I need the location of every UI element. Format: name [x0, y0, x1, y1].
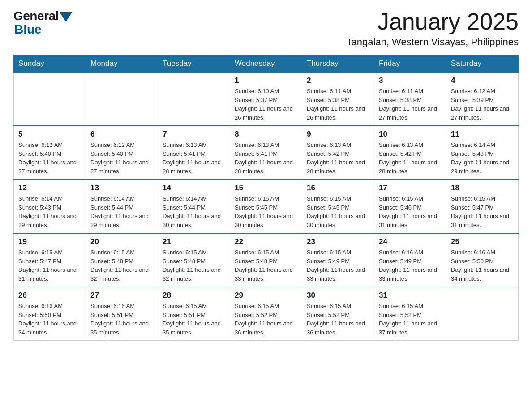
calendar-week-row: 5Sunrise: 6:12 AM Sunset: 5:40 PM Daylig… — [14, 126, 519, 180]
day-number: 9 — [307, 130, 369, 139]
calendar-day-header: Monday — [86, 56, 158, 73]
calendar-week-row: 12Sunrise: 6:14 AM Sunset: 5:43 PM Dayli… — [14, 180, 519, 233]
calendar-day-cell: 19Sunrise: 6:15 AM Sunset: 5:47 PM Dayli… — [14, 233, 86, 287]
day-number: 12 — [18, 184, 81, 193]
calendar-day-header: Sunday — [14, 56, 86, 73]
calendar-day-header: Saturday — [446, 56, 519, 73]
day-info: Sunrise: 6:12 AM Sunset: 5:40 PM Dayligh… — [90, 141, 153, 176]
calendar-day-header: Tuesday — [158, 56, 230, 73]
day-number: 6 — [90, 130, 153, 139]
day-info: Sunrise: 6:15 AM Sunset: 5:45 PM Dayligh… — [307, 194, 369, 229]
day-number: 22 — [235, 237, 297, 246]
calendar-day-cell: 22Sunrise: 6:15 AM Sunset: 5:48 PM Dayli… — [230, 233, 302, 287]
day-number: 23 — [307, 237, 369, 246]
calendar-day-cell: 16Sunrise: 6:15 AM Sunset: 5:45 PM Dayli… — [302, 180, 374, 233]
page-header: General Blue January 2025 Tangalan, West… — [13, 9, 519, 48]
month-title: January 2025 — [347, 9, 519, 34]
calendar-day-cell: 29Sunrise: 6:15 AM Sunset: 5:52 PM Dayli… — [230, 287, 302, 341]
day-number: 10 — [379, 130, 442, 139]
calendar-week-row: 19Sunrise: 6:15 AM Sunset: 5:47 PM Dayli… — [14, 233, 519, 287]
calendar-day-cell: 20Sunrise: 6:15 AM Sunset: 5:48 PM Dayli… — [86, 233, 158, 287]
day-number: 2 — [307, 76, 369, 85]
calendar-day-cell: 25Sunrise: 6:16 AM Sunset: 5:50 PM Dayli… — [446, 233, 519, 287]
calendar-day-cell: 15Sunrise: 6:15 AM Sunset: 5:45 PM Dayli… — [230, 180, 302, 233]
day-number: 28 — [163, 291, 225, 300]
calendar-day-cell: 31Sunrise: 6:15 AM Sunset: 5:52 PM Dayli… — [374, 287, 446, 341]
calendar-day-cell — [14, 72, 86, 126]
calendar-day-cell: 30Sunrise: 6:15 AM Sunset: 5:52 PM Dayli… — [302, 287, 374, 341]
day-number: 8 — [235, 130, 297, 139]
day-number: 11 — [451, 130, 514, 139]
calendar-day-cell — [446, 287, 519, 341]
calendar-day-cell: 18Sunrise: 6:15 AM Sunset: 5:47 PM Dayli… — [446, 180, 519, 233]
day-info: Sunrise: 6:15 AM Sunset: 5:46 PM Dayligh… — [379, 194, 442, 229]
day-info: Sunrise: 6:16 AM Sunset: 5:50 PM Dayligh… — [18, 302, 81, 337]
day-number: 31 — [379, 291, 442, 300]
calendar-day-cell: 24Sunrise: 6:16 AM Sunset: 5:49 PM Dayli… — [374, 233, 446, 287]
day-info: Sunrise: 6:13 AM Sunset: 5:42 PM Dayligh… — [379, 141, 442, 176]
day-number: 17 — [379, 184, 442, 193]
logo-blue-text: Blue — [14, 22, 42, 37]
calendar-day-cell: 3Sunrise: 6:11 AM Sunset: 5:38 PM Daylig… — [374, 72, 446, 126]
day-number: 26 — [18, 291, 81, 300]
day-number: 27 — [90, 291, 153, 300]
calendar-day-cell: 10Sunrise: 6:13 AM Sunset: 5:42 PM Dayli… — [374, 126, 446, 180]
calendar-day-cell: 27Sunrise: 6:16 AM Sunset: 5:51 PM Dayli… — [86, 287, 158, 341]
day-info: Sunrise: 6:16 AM Sunset: 5:49 PM Dayligh… — [379, 248, 442, 283]
day-number: 24 — [379, 237, 442, 246]
calendar-day-cell: 11Sunrise: 6:14 AM Sunset: 5:43 PM Dayli… — [446, 126, 519, 180]
calendar-header-row: SundayMondayTuesdayWednesdayThursdayFrid… — [14, 56, 519, 73]
logo-triangle-icon — [60, 12, 72, 22]
calendar-day-header: Friday — [374, 56, 446, 73]
day-info: Sunrise: 6:11 AM Sunset: 5:38 PM Dayligh… — [379, 87, 442, 122]
day-number: 7 — [163, 130, 225, 139]
day-number: 13 — [90, 184, 153, 193]
calendar-day-cell: 14Sunrise: 6:14 AM Sunset: 5:44 PM Dayli… — [158, 180, 230, 233]
day-info: Sunrise: 6:15 AM Sunset: 5:51 PM Dayligh… — [163, 302, 225, 337]
calendar-day-cell: 6Sunrise: 6:12 AM Sunset: 5:40 PM Daylig… — [86, 126, 158, 180]
day-info: Sunrise: 6:13 AM Sunset: 5:41 PM Dayligh… — [163, 141, 225, 176]
calendar-day-cell: 8Sunrise: 6:13 AM Sunset: 5:41 PM Daylig… — [230, 126, 302, 180]
day-number: 25 — [451, 237, 514, 246]
calendar-day-cell: 13Sunrise: 6:14 AM Sunset: 5:44 PM Dayli… — [86, 180, 158, 233]
calendar-day-cell: 17Sunrise: 6:15 AM Sunset: 5:46 PM Dayli… — [374, 180, 446, 233]
header-right: January 2025 Tangalan, Western Visayas, … — [347, 9, 519, 48]
logo-general-text: General — [13, 9, 59, 23]
calendar-week-row: 1Sunrise: 6:10 AM Sunset: 5:37 PM Daylig… — [14, 72, 519, 126]
day-info: Sunrise: 6:10 AM Sunset: 5:37 PM Dayligh… — [235, 87, 297, 122]
day-number: 19 — [18, 237, 81, 246]
day-info: Sunrise: 6:15 AM Sunset: 5:45 PM Dayligh… — [235, 194, 297, 229]
day-info: Sunrise: 6:15 AM Sunset: 5:47 PM Dayligh… — [18, 248, 81, 283]
calendar-day-cell: 12Sunrise: 6:14 AM Sunset: 5:43 PM Dayli… — [14, 180, 86, 233]
day-info: Sunrise: 6:15 AM Sunset: 5:52 PM Dayligh… — [379, 302, 442, 337]
day-info: Sunrise: 6:15 AM Sunset: 5:52 PM Dayligh… — [235, 302, 297, 337]
day-number: 1 — [235, 76, 297, 85]
calendar-day-cell: 21Sunrise: 6:15 AM Sunset: 5:48 PM Dayli… — [158, 233, 230, 287]
day-number: 5 — [18, 130, 81, 139]
day-info: Sunrise: 6:14 AM Sunset: 5:44 PM Dayligh… — [163, 194, 225, 229]
day-info: Sunrise: 6:16 AM Sunset: 5:50 PM Dayligh… — [451, 248, 514, 283]
calendar-day-cell: 4Sunrise: 6:12 AM Sunset: 5:39 PM Daylig… — [446, 72, 519, 126]
day-info: Sunrise: 6:15 AM Sunset: 5:48 PM Dayligh… — [235, 248, 297, 283]
day-info: Sunrise: 6:14 AM Sunset: 5:44 PM Dayligh… — [90, 194, 153, 229]
calendar-day-header: Wednesday — [230, 56, 302, 73]
calendar-day-cell: 26Sunrise: 6:16 AM Sunset: 5:50 PM Dayli… — [14, 287, 86, 341]
day-number: 21 — [163, 237, 225, 246]
day-info: Sunrise: 6:15 AM Sunset: 5:48 PM Dayligh… — [163, 248, 225, 283]
calendar-week-row: 26Sunrise: 6:16 AM Sunset: 5:50 PM Dayli… — [14, 287, 519, 341]
day-number: 16 — [307, 184, 369, 193]
calendar-day-cell — [86, 72, 158, 126]
calendar-table: SundayMondayTuesdayWednesdayThursdayFrid… — [13, 55, 519, 341]
day-info: Sunrise: 6:14 AM Sunset: 5:43 PM Dayligh… — [18, 194, 81, 229]
day-number: 14 — [163, 184, 225, 193]
day-info: Sunrise: 6:11 AM Sunset: 5:38 PM Dayligh… — [307, 87, 369, 122]
day-number: 30 — [307, 291, 369, 300]
calendar-day-cell — [158, 72, 230, 126]
day-info: Sunrise: 6:13 AM Sunset: 5:42 PM Dayligh… — [307, 141, 369, 176]
calendar-day-cell: 1Sunrise: 6:10 AM Sunset: 5:37 PM Daylig… — [230, 72, 302, 126]
day-info: Sunrise: 6:12 AM Sunset: 5:40 PM Dayligh… — [18, 141, 81, 176]
calendar-day-cell: 5Sunrise: 6:12 AM Sunset: 5:40 PM Daylig… — [14, 126, 86, 180]
day-info: Sunrise: 6:12 AM Sunset: 5:39 PM Dayligh… — [451, 87, 514, 122]
day-number: 29 — [235, 291, 297, 300]
logo: General Blue — [13, 9, 72, 37]
